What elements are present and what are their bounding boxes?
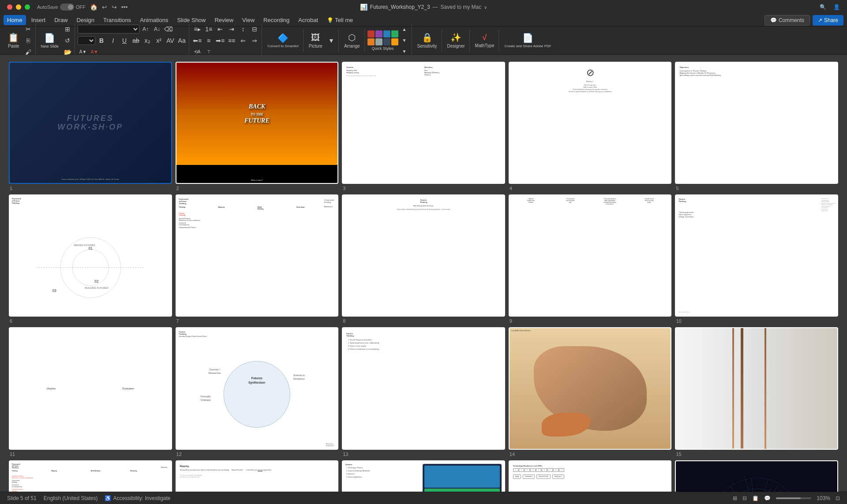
view-normal-icon[interactable]: ⊞ [733, 495, 737, 501]
window-controls[interactable] [7, 4, 30, 10]
align-left[interactable]: ⬅≡ [192, 35, 202, 46]
font-size-select[interactable] [78, 36, 95, 45]
slide-thumb-4[interactable]: UTM ⊘ Activity 1: Get into groups Talk t… [509, 62, 672, 184]
slide-item-12[interactable]: UTM FuturesThinking Futures Synthesiser … [176, 327, 339, 456]
superscript-button[interactable]: x² [154, 35, 164, 46]
slide-item-19[interactable]: UTM Technology Readiness Level (TRL) 123… [509, 460, 672, 492]
slide-thumb-8[interactable]: UTM FuturesThinking Why thinking about t… [342, 194, 505, 317]
fit-to-window-icon[interactable]: ⊡ [836, 495, 840, 501]
slide-item-15[interactable]: UTM 15 [675, 327, 838, 456]
slide-item-14[interactable]: UTM Lucy Moffat | Nuno Architect 14 [509, 327, 672, 456]
char-spacing-button[interactable]: AV [165, 35, 176, 46]
slide-item-10[interactable]: UTM FuturesThinking "Thinking about thef… [675, 194, 838, 324]
style-swatch-3[interactable] [383, 30, 390, 37]
slide-thumb-14[interactable]: UTM Lucy Moffat | Nuno Architect [509, 327, 672, 449]
slide-item-20[interactable]: UTM 20 [675, 460, 838, 492]
bullets-button[interactable]: ≡▸ [192, 24, 202, 34]
slide-item-5[interactable]: UTM Objectives: Learning how to 'Futures… [675, 62, 838, 191]
paste-button[interactable]: 📋 Paste [5, 29, 22, 52]
slide-item-13[interactable]: UTM FuturesThinking No such thing as a w… [342, 327, 505, 456]
style-scroll-down[interactable]: ▼ [399, 35, 410, 46]
style-swatch-5[interactable] [367, 38, 375, 45]
slide-thumb-2[interactable]: UTM BACKTO THEFUTURE What is future? [176, 62, 339, 184]
more-icon[interactable]: ••• [121, 4, 128, 11]
slide-item-8[interactable]: UTM FuturesThinking Why thinking about t… [342, 194, 505, 324]
slide-thumb-5[interactable]: UTM Objectives: Learning how to 'Futures… [675, 62, 838, 184]
view-notes-icon[interactable]: 📋 [752, 495, 759, 501]
autosave-toggle[interactable]: AutoSave OFF [37, 4, 86, 11]
zoom-slider[interactable] [776, 497, 811, 499]
slide-item-1[interactable]: UTM FUTURESWORK-SH·OP Futures Workshop #… [9, 62, 172, 191]
style-swatch-4[interactable] [391, 30, 398, 37]
slide-thumb-7[interactable]: UTM Frameworkof FutureThinking Thinking … [176, 194, 339, 317]
slide-thumb-6[interactable]: Frameworkof FutureThinking 01 MAKING FUT… [9, 194, 172, 317]
italic-button[interactable]: I [108, 35, 118, 46]
style-swatch-6[interactable] [375, 38, 382, 45]
autosave-switch[interactable] [60, 4, 74, 11]
clear-format[interactable]: ⌫ [163, 24, 174, 34]
menu-tell-me[interactable]: 💡 Tell me [323, 15, 356, 25]
style-swatch-8[interactable] [391, 38, 398, 45]
share-button[interactable]: ↗ Share [813, 15, 843, 26]
decrease-indent[interactable]: ⇤ [215, 24, 225, 34]
slide-thumb-1[interactable]: UTM FUTURESWORK-SH·OP Futures Workshop #… [9, 62, 172, 184]
slide-thumb-17[interactable]: UTM Mapping Seeing where you want to go,… [176, 460, 339, 492]
columns-button[interactable]: ⊟ [249, 24, 260, 34]
sensitivity-button[interactable]: 🔒 Sensitivity [415, 29, 440, 52]
line-spacing[interactable]: ↕ [238, 24, 248, 34]
increase-indent[interactable]: ⇥ [226, 24, 237, 34]
adobe-pdf-button[interactable]: 📄 Create and Share Adobe PDF [502, 29, 554, 52]
align-center[interactable]: ≡ [203, 35, 214, 46]
view-grid-icon[interactable]: ⊟ [742, 495, 747, 501]
designer-button[interactable]: ✨ Designer [445, 29, 468, 52]
slide-thumb-20[interactable]: UTM [675, 460, 838, 492]
ltr-button[interactable]: ⇒ [249, 35, 260, 46]
align-right[interactable]: ➡≡ [215, 35, 225, 46]
slide-item-11[interactable]: Utopian Dystopian 11 [9, 327, 172, 456]
copy-button[interactable]: ⎘ [23, 35, 34, 46]
rtl-button[interactable]: ⇐ [238, 35, 248, 46]
case-button[interactable]: Aa [176, 35, 187, 46]
style-scroll-up[interactable]: ▲ [399, 24, 410, 35]
numbering-button[interactable]: 1≡ [203, 24, 214, 34]
view-comments-icon[interactable]: 💬 [764, 495, 771, 501]
font-size-increase[interactable]: A↑ [140, 24, 151, 34]
slide-thumb-15[interactable]: UTM [675, 327, 838, 449]
slide-thumb-18[interactable]: UTM Domains: Technology / Science Issues… [342, 460, 505, 492]
close-button[interactable] [7, 4, 12, 10]
slide-item-9[interactable]: UTM "BeyondRealism andFantasy" "In struc… [509, 194, 672, 324]
font-family-select[interactable] [78, 25, 139, 34]
redo-icon[interactable]: ↪ [112, 4, 117, 11]
strikethrough-button[interactable]: ab [131, 35, 141, 46]
slide-item-17[interactable]: UTM Mapping Seeing where you want to go,… [176, 460, 339, 492]
mathtype-button[interactable]: √ MathType [472, 29, 497, 52]
minimize-button[interactable] [16, 4, 21, 10]
slide-thumb-3[interactable]: UTM Content: Mapping briefMapping activi… [342, 62, 505, 184]
slide-item-6[interactable]: Frameworkof FutureThinking 01 MAKING FUT… [9, 194, 172, 324]
slide-thumb-13[interactable]: UTM FuturesThinking No such thing as a w… [342, 327, 505, 449]
style-swatch-2[interactable] [375, 30, 382, 37]
undo-icon[interactable]: ↩ [102, 4, 107, 11]
new-slide-button[interactable]: 📄 New Slide [38, 29, 62, 52]
picture-dropdown[interactable]: ▼ [326, 35, 337, 46]
slide-reset-button[interactable]: ↺ [62, 35, 73, 46]
slide-thumb-16[interactable]: UTM Frameworkof FutureThinking Thinking … [9, 460, 172, 492]
subscript-button[interactable]: x₂ [142, 35, 153, 46]
arrange-button[interactable]: ⬡ Arrange [341, 29, 363, 52]
justify[interactable]: ≡≡ [226, 35, 237, 46]
slide-thumb-19[interactable]: UTM Technology Readiness Level (TRL) 123… [509, 460, 672, 492]
slide-item-16[interactable]: UTM Frameworkof FutureThinking Thinking … [9, 460, 172, 492]
style-swatch-7[interactable] [383, 38, 390, 45]
slide-item-18[interactable]: UTM Domains: Technology / Science Issues… [342, 460, 505, 492]
convert-smartart-button[interactable]: 🔷 Convert to SmartArt [265, 29, 301, 52]
comments-button[interactable]: 💬 Comments [765, 15, 810, 26]
slide-thumb-12[interactable]: UTM FuturesThinking Futures Synthesiser … [176, 327, 339, 449]
slide-item-2[interactable]: UTM BACKTO THEFUTURE What is future?2 [176, 62, 339, 191]
profile-icon[interactable]: 👤 [833, 4, 840, 10]
slide-thumb-11[interactable]: Utopian Dystopian [9, 327, 172, 449]
slide-thumb-10[interactable]: UTM FuturesThinking "Thinking about thef… [675, 194, 838, 317]
style-swatch-1[interactable] [367, 30, 375, 37]
bold-button[interactable]: B [96, 35, 107, 46]
underline-button[interactable]: U [119, 35, 130, 46]
slide-item-3[interactable]: UTM Content: Mapping briefMapping activi… [342, 62, 505, 191]
